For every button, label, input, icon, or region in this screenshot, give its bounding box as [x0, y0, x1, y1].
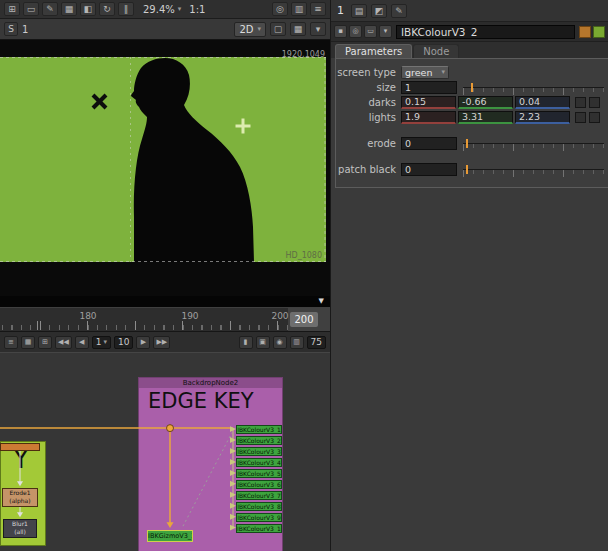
- slider-handle[interactable]: [466, 139, 468, 148]
- viewer-mode-value: 2D: [239, 24, 253, 35]
- timeline-menu-icon[interactable]: ≡: [4, 336, 18, 349]
- stereo-views-button[interactable]: S: [4, 22, 18, 36]
- viewer-pane: ⊞ ▭ ✎ ▦ ◧ ↻ ‖ 29.4% ▾ 1:1 ◎ ▥ ≡ S 1 2D ▾: [0, 0, 330, 551]
- play-mode-icon[interactable]: ▮: [239, 336, 253, 349]
- slider-handle[interactable]: [471, 83, 473, 92]
- ibkcolour-node[interactable]: IBKColourV3_7: [236, 491, 282, 500]
- patch-black-field[interactable]: 0: [401, 163, 457, 176]
- erode-node[interactable]: Erode1 (alpha): [2, 488, 38, 507]
- proxy-icon[interactable]: ▦: [290, 22, 306, 36]
- viewer-mode-dropdown[interactable]: 2D ▾: [234, 22, 266, 37]
- darks-row: darks 0.15 -0.66 0.04: [336, 95, 608, 109]
- fps-value: 75: [311, 337, 322, 347]
- frame-range-icon[interactable]: ▣: [256, 336, 270, 349]
- ibkcolour-node[interactable]: IBKColourV3_10: [236, 524, 282, 533]
- gamma-icon[interactable]: ◎: [272, 2, 288, 16]
- ibkcolour-node[interactable]: IBKColourV3_1: [236, 425, 282, 434]
- ibkcolour-node[interactable]: IBKColourV3_8: [236, 502, 282, 511]
- more-icon[interactable]: ▾: [310, 22, 326, 36]
- lights-colorwheel-button[interactable]: [589, 112, 600, 123]
- lock-range-icon[interactable]: ◉: [273, 336, 287, 349]
- prev-frame-button[interactable]: ◀: [75, 336, 89, 349]
- current-frame-field[interactable]: 200: [290, 312, 318, 327]
- darks-swatch-button[interactable]: [575, 97, 586, 108]
- lights-green-field[interactable]: 3.31: [458, 111, 513, 124]
- darks-red-field[interactable]: 0.15: [401, 96, 456, 109]
- range-end-field[interactable]: 10: [114, 336, 133, 349]
- erode-slider[interactable]: [463, 137, 604, 150]
- stack-panels-icon[interactable]: ▤: [351, 4, 367, 18]
- panel-accent-green-icon[interactable]: [593, 26, 605, 38]
- ibkcolour-node[interactable]: IBKColourV3_2: [236, 436, 282, 445]
- node-color-swatch-icon[interactable]: ▪: [334, 25, 347, 38]
- grid-icon[interactable]: ▦: [61, 2, 77, 16]
- marquee-icon[interactable]: ▭: [23, 2, 39, 16]
- tracker-x-icon[interactable]: [93, 95, 106, 108]
- lights-red-field[interactable]: 1.9: [401, 111, 456, 124]
- refresh-icon[interactable]: ↻: [99, 2, 115, 16]
- timeline-window-icon[interactable]: ⊞: [38, 336, 52, 349]
- ibkgizmo-node[interactable]: IBKGizmoV3_1: [147, 530, 193, 542]
- zoom-value: 29.4%: [143, 4, 175, 15]
- lights-blue-field[interactable]: 2.23: [515, 111, 570, 124]
- ibkcolour-node[interactable]: IBKColourV3_9: [236, 513, 282, 522]
- next-keyframe-button[interactable]: ▶▶: [153, 336, 170, 349]
- fullscreen-icon[interactable]: ▥: [290, 336, 304, 349]
- size-slider[interactable]: [463, 81, 604, 94]
- roi-icon[interactable]: ▢: [270, 22, 286, 36]
- panel-accent-orange-icon[interactable]: [579, 26, 591, 38]
- erode-field[interactable]: 0: [401, 137, 457, 150]
- prev-keyframe-button[interactable]: ◀◀: [55, 336, 72, 349]
- pixel-aspect-button[interactable]: 1:1: [189, 4, 205, 15]
- edit-pencil-icon[interactable]: ✎: [391, 4, 407, 18]
- size-field[interactable]: 1: [401, 81, 457, 94]
- screen-type-dropdown[interactable]: green ▾: [401, 66, 449, 79]
- sample-crosshair-icon[interactable]: [236, 119, 251, 134]
- float-panel-icon[interactable]: ▭: [364, 25, 377, 38]
- viewer-options-icon[interactable]: ≡: [310, 2, 326, 16]
- ibkcolour-node[interactable]: IBKColourV3_6: [236, 480, 282, 489]
- lights-row: lights 1.9 3.31 2.23: [336, 110, 608, 124]
- fps-field[interactable]: 75: [307, 336, 326, 349]
- zoom-level-dropdown[interactable]: 29.4% ▾: [143, 4, 181, 15]
- node-graph[interactable]: Y BackdropNode2 EDGE KEY: [0, 352, 330, 551]
- tab-parameters[interactable]: Parameters: [335, 44, 412, 58]
- chevron-down-icon: ▾: [178, 5, 182, 13]
- pause-icon[interactable]: ‖: [118, 2, 134, 16]
- ibkcolour-node[interactable]: IBKColourV3_3: [236, 447, 282, 456]
- collapse-arrow-icon[interactable]: ▼: [319, 297, 324, 305]
- darks-blue-field[interactable]: 0.04: [515, 96, 570, 109]
- slider-handle[interactable]: [466, 165, 468, 174]
- darks-colorwheel-button[interactable]: [589, 97, 600, 108]
- properties-toolbar: 1 ▤ ◩ ✎: [331, 0, 608, 22]
- patch-black-slider[interactable]: [463, 163, 604, 176]
- roto-pencil-icon[interactable]: ✎: [42, 2, 58, 16]
- darks-green-field[interactable]: -0.66: [458, 96, 513, 109]
- timeline-grid-icon[interactable]: ▦: [21, 336, 35, 349]
- ibkcolour-node[interactable]: IBKColourV3_5: [236, 469, 282, 478]
- minimize-panel-icon[interactable]: ▾: [379, 25, 392, 38]
- frame-label: 190: [181, 311, 198, 321]
- bbox-resolution-label: 1920,1049: [282, 50, 325, 59]
- blur-node-sublabel: (all): [4, 528, 36, 536]
- frame-label: 200: [271, 311, 288, 321]
- properties-pane-number[interactable]: 1: [337, 4, 344, 17]
- dot-node[interactable]: [167, 425, 174, 432]
- node-title-field[interactable]: IBKColourV3_2: [396, 25, 575, 39]
- viewer-canvas[interactable]: 1920,1049 HD_1080: [0, 40, 330, 296]
- layout-menu-icon[interactable]: ⊞: [4, 2, 20, 16]
- next-frame-button[interactable]: ▶: [136, 336, 150, 349]
- viewer-collapse-bar[interactable]: ▼: [0, 296, 330, 307]
- ibkcolour-node[interactable]: IBKColourV3_4: [236, 458, 282, 467]
- range-start-field[interactable]: 1 ▾: [92, 336, 111, 349]
- center-node-icon[interactable]: ◎: [349, 25, 362, 38]
- channels-icon[interactable]: ▥: [291, 2, 307, 16]
- orange-node[interactable]: [0, 443, 40, 451]
- wipe-icon[interactable]: ◧: [80, 2, 96, 16]
- lights-swatch-button[interactable]: [575, 112, 586, 123]
- range-end-value: 10: [118, 337, 129, 347]
- timeline-ruler[interactable]: 180 190 200 200: [0, 307, 330, 331]
- tab-node[interactable]: Node: [413, 44, 459, 58]
- clear-panels-icon[interactable]: ◩: [371, 4, 387, 18]
- blur-node[interactable]: Blur1 (all): [3, 519, 37, 538]
